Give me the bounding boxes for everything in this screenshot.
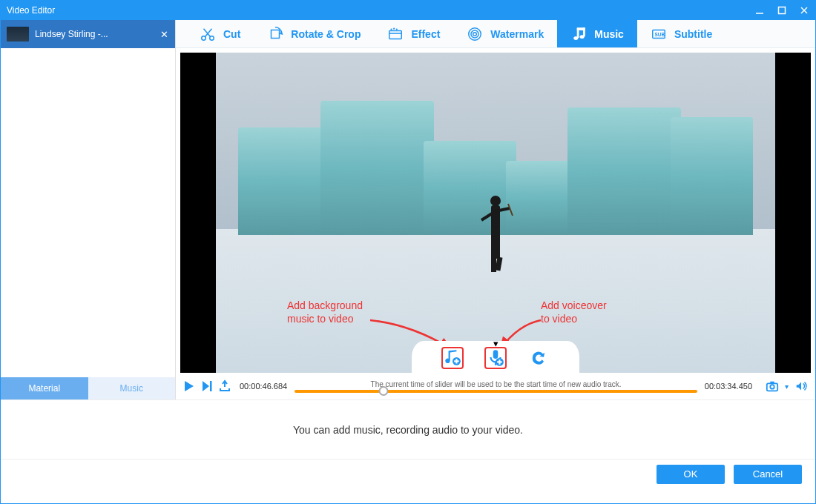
video-preview[interactable]: Add background music to video Add voiceo… — [180, 53, 811, 373]
footer: OK Cancel — [1, 459, 815, 488]
bottom-hint: You can add music, recording audio to yo… — [1, 399, 815, 459]
svg-point-13 — [396, 28, 398, 30]
svg-rect-9 — [389, 30, 402, 39]
sidebar-tab-music[interactable]: Music — [88, 377, 176, 399]
export-button[interactable] — [217, 379, 232, 394]
svg-point-24 — [490, 196, 501, 206]
file-name: Lindsey Stirling -... — [35, 29, 159, 39]
svg-rect-1 — [779, 7, 786, 14]
cancel-button[interactable]: Cancel — [734, 465, 802, 484]
svg-line-7 — [204, 28, 211, 36]
svg-point-38 — [770, 385, 774, 388]
tab-watermark[interactable]: Watermark — [453, 20, 557, 47]
snapshot-button[interactable] — [764, 379, 780, 394]
current-time: 00:00:46.684 — [235, 382, 292, 391]
titlebar: Video Editor — [1, 1, 815, 20]
add-voiceover-button[interactable]: ▾ — [484, 347, 507, 369]
refresh-button[interactable] — [527, 347, 550, 369]
transport-bar: 00:00:46.684 The current time of slider … — [176, 373, 815, 399]
timeline-hint: The current time of slider will be used … — [295, 380, 697, 388]
tab-watermark-label: Watermark — [490, 28, 544, 40]
minimize-button[interactable] — [748, 1, 771, 20]
tab-effect[interactable]: Effect — [374, 20, 453, 47]
tool-tabs: Cut Rotate & Crop Effect Watermark Music… — [176, 20, 815, 48]
annotation-voiceover: Add voiceover to video — [541, 299, 607, 325]
playhead[interactable] — [378, 386, 388, 396]
person-in-frame — [477, 193, 514, 278]
tab-cut[interactable]: Cut — [186, 20, 254, 47]
svg-rect-21 — [577, 27, 585, 30]
svg-point-12 — [394, 27, 395, 29]
tab-music-label: Music — [594, 28, 624, 40]
sidebar: Lindsey Stirling -... ✕ Material Music — [1, 20, 176, 399]
window-title: Video Editor — [7, 5, 748, 16]
tab-music[interactable]: Music — [557, 20, 637, 47]
add-music-button[interactable] — [441, 347, 464, 369]
dropdown-caret-icon: ▾ — [785, 382, 789, 391]
svg-rect-36 — [210, 381, 212, 391]
svg-point-11 — [391, 28, 392, 30]
file-tab[interactable]: Lindsey Stirling -... ✕ — [1, 20, 175, 48]
tab-cut-label: Cut — [223, 28, 240, 40]
total-time: 00:03:34.450 — [700, 382, 757, 391]
sidebar-tab-material[interactable]: Material — [1, 377, 88, 399]
timeline[interactable]: The current time of slider will be used … — [295, 379, 697, 394]
close-file-icon[interactable]: ✕ — [159, 29, 169, 40]
svg-rect-33 — [493, 350, 499, 359]
tab-subtitle[interactable]: SUB Subtitle — [637, 20, 725, 47]
step-button[interactable] — [200, 379, 214, 394]
close-button[interactable] — [793, 1, 815, 20]
svg-point-15 — [473, 32, 477, 36]
maximize-button[interactable] — [771, 1, 793, 20]
annotation-bg-music: Add background music to video — [287, 299, 363, 325]
chevron-down-icon: ▾ — [493, 338, 499, 349]
tab-effect-label: Effect — [411, 28, 440, 40]
volume-button[interactable] — [793, 379, 809, 394]
play-button[interactable] — [182, 379, 197, 394]
svg-point-16 — [471, 30, 478, 37]
svg-rect-26 — [491, 229, 500, 259]
svg-text:SUB: SUB — [654, 31, 665, 36]
svg-rect-39 — [770, 382, 774, 384]
file-thumbnail — [7, 27, 29, 42]
tab-rotate-crop[interactable]: Rotate & Crop — [254, 20, 374, 47]
svg-line-6 — [205, 28, 211, 36]
svg-rect-8 — [272, 30, 280, 38]
tab-subtitle-label: Subtitle — [674, 28, 712, 40]
ok-button[interactable]: OK — [657, 465, 725, 484]
tab-rotate-label: Rotate & Crop — [291, 28, 361, 40]
floating-toolbar: ▾ — [412, 341, 579, 373]
svg-point-14 — [469, 27, 481, 40]
